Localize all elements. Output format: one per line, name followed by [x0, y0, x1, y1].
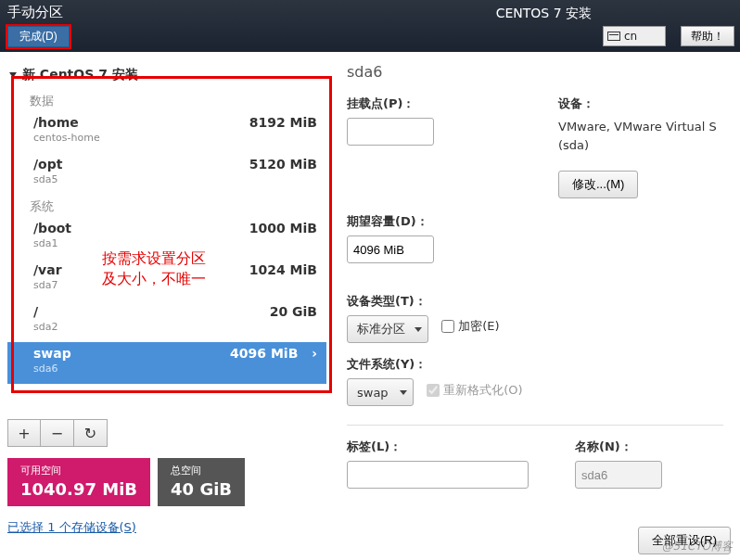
keyboard-icon [607, 32, 620, 41]
fs-label: 文件系统(Y)： [347, 356, 723, 373]
partition-swap[interactable]: swap sda6 4096 MiB › [7, 342, 326, 384]
capacity-input[interactable] [347, 235, 434, 263]
chevron-right-icon: › [312, 346, 317, 361]
reformat-checkbox-input [427, 384, 440, 397]
tag-input[interactable] [347, 461, 529, 489]
partition-mount: /opt [33, 157, 62, 172]
fs-combo[interactable]: swap [347, 378, 414, 406]
reload-button[interactable]: ↻ [74, 419, 108, 447]
partition-mount: /var [33, 262, 62, 277]
partition-dev: sda2 [33, 321, 57, 333]
total-space-label: 总空间 [171, 464, 232, 477]
partition-mount: swap [33, 346, 71, 361]
reset-all-button[interactable]: 全部重设(R) [638, 527, 731, 554]
partition-dev: sda1 [33, 237, 71, 249]
install-root-label: 新 CentOS 7 安装 [22, 67, 138, 83]
device-text: VMware, VMware Virtual S (sda) [558, 118, 723, 154]
partition-root[interactable]: / sda2 20 GiB [7, 300, 326, 342]
section-system: 系统 [7, 195, 326, 217]
section-data: 数据 [7, 89, 326, 111]
keyboard-layout: cn [624, 30, 637, 43]
name-input [575, 461, 662, 489]
partition-opt[interactable]: /opt sda5 5120 MiB [7, 153, 326, 195]
remove-partition-button[interactable]: − [41, 419, 74, 447]
help-button[interactable]: 帮助！ [681, 26, 734, 46]
add-partition-button[interactable]: + [7, 419, 41, 447]
partition-var[interactable]: /var sda7 1024 MiB [7, 259, 326, 300]
separator [347, 425, 723, 426]
capacity-label: 期望容量(D)： [347, 213, 723, 230]
installer-title: CENTOS 7 安装 [496, 6, 592, 22]
free-space-box: 可用空间 1040.97 MiB [7, 458, 150, 506]
mount-label: 挂载点(P)： [347, 95, 512, 112]
devtype-label: 设备类型(T)： [347, 293, 723, 310]
detail-title: sda6 [347, 63, 723, 81]
caret-down-icon [400, 390, 407, 395]
keyboard-indicator[interactable]: cn [603, 26, 666, 46]
total-space-value: 40 GiB [171, 479, 232, 499]
encrypt-checkbox-input[interactable] [441, 320, 454, 333]
encrypt-label: 加密(E) [458, 318, 499, 335]
partition-mount: /home [33, 115, 79, 130]
space-summary: 可用空间 1040.97 MiB 总空间 40 GiB [7, 458, 326, 506]
device-label: 设备： [558, 95, 723, 112]
partition-home[interactable]: /home centos-home 8192 MiB [7, 111, 326, 153]
storage-selected-link[interactable]: 已选择 1 个存储设备(S) [7, 519, 136, 536]
partition-size: 5120 MiB [249, 157, 317, 172]
name-label: 名称(N)： [575, 439, 723, 455]
partition-dev: sda6 [33, 363, 71, 375]
free-space-label: 可用空间 [20, 464, 137, 477]
free-space-value: 1040.97 MiB [20, 479, 137, 499]
reformat-label: 重新格式化(O) [443, 382, 522, 399]
done-button-highlight: 完成(D) [6, 24, 71, 49]
partition-size: 1024 MiB [249, 262, 317, 277]
page-title: 手动分区 [7, 4, 63, 21]
done-button[interactable]: 完成(D) [7, 26, 70, 47]
modify-device-button[interactable]: 修改...(M) [558, 171, 638, 198]
mount-input[interactable] [347, 118, 434, 146]
partition-mount: / [33, 304, 38, 319]
total-space-box: 总空间 40 GiB [158, 458, 245, 506]
header: 手动分区 完成(D) CENTOS 7 安装 cn 帮助！ [0, 0, 740, 52]
fs-value: swap [357, 386, 389, 400]
partition-dev: centos-home [33, 132, 100, 144]
partition-boot[interactable]: /boot sda1 1000 MiB [7, 217, 326, 259]
main: 新 CentOS 7 安装 数据 /home centos-home 8192 … [0, 52, 740, 560]
right-panel: sda6 挂载点(P)： 设备： VMware, VMware Virtual … [334, 52, 740, 560]
partition-dev: sda5 [33, 173, 62, 185]
partition-size: 4096 MiB › [230, 346, 317, 361]
partition-size: 8192 MiB [249, 115, 317, 130]
partition-size: 20 GiB [270, 304, 317, 319]
caret-down-icon [415, 327, 422, 332]
partition-toolbar: + − ↻ [7, 419, 326, 447]
partition-dev: sda7 [33, 279, 62, 291]
left-panel: 新 CentOS 7 安装 数据 /home centos-home 8192 … [0, 52, 334, 560]
partition-mount: /boot [33, 221, 71, 235]
install-root[interactable]: 新 CentOS 7 安装 [7, 63, 326, 89]
reformat-checkbox: 重新格式化(O) [427, 382, 522, 399]
devtype-value: 标准分区 [357, 321, 405, 337]
encrypt-checkbox[interactable]: 加密(E) [441, 318, 499, 335]
tag-label: 标签(L)： [347, 439, 529, 455]
expand-arrow-icon [9, 72, 17, 78]
partition-size: 1000 MiB [249, 221, 317, 235]
devtype-combo[interactable]: 标准分区 [347, 315, 428, 343]
